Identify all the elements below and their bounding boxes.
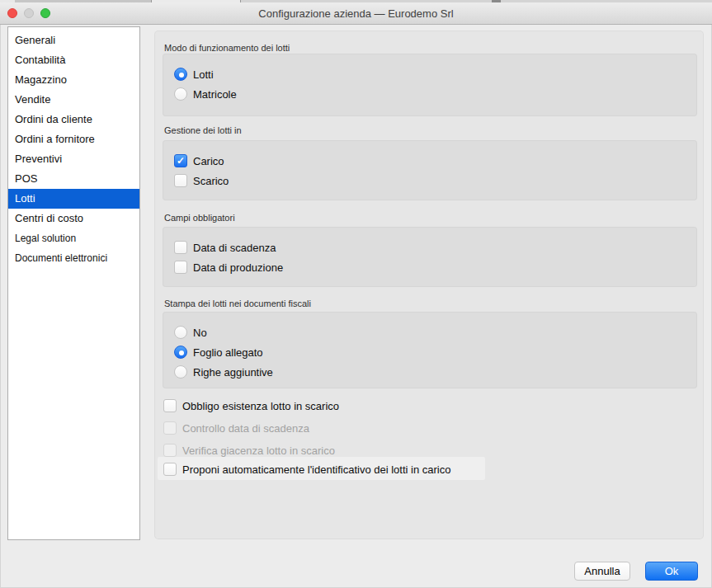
cancel-button[interactable]: Annulla: [574, 562, 630, 581]
sidebar-item-pos[interactable]: POS: [8, 169, 139, 189]
minimize-icon: [24, 8, 34, 18]
radio-button-icon[interactable]: [174, 68, 187, 81]
radio-label[interactable]: Righe aggiuntive: [193, 366, 273, 379]
sidebar-item-lotti[interactable]: Lotti: [8, 189, 139, 209]
groupbox-gestione-lotti: Carico Scarico: [163, 140, 697, 200]
settings-category-list: Generali Contabilità Magazzino Vendite O…: [7, 26, 140, 540]
groupbox-campi-obbligatori: Data di scadenza Data di produzione: [163, 227, 697, 287]
checkbox-option-controllo-data-scadenza: Controllo data di scadenza: [163, 417, 309, 439]
radio-option-no[interactable]: No: [174, 322, 696, 342]
radio-option-lotti[interactable]: Lotti: [174, 64, 696, 84]
radio-label[interactable]: No: [193, 327, 207, 339]
ok-button[interactable]: Ok: [645, 562, 698, 581]
sidebar-item-documenti-elettronici[interactable]: Documenti elettronici: [8, 248, 139, 268]
sidebar-item-ordini-da-cliente[interactable]: Ordini da cliente: [8, 110, 139, 129]
radio-button-icon[interactable]: [174, 346, 187, 359]
checkbox-label[interactable]: Obbligo esistenza lotto in scarico: [182, 400, 339, 412]
radio-label[interactable]: Matricole: [193, 88, 237, 101]
checkbox-icon: [163, 444, 177, 457]
checkbox-option-obbligo-esistenza[interactable]: Obbligo esistenza lotto in scarico: [163, 395, 339, 416]
checkbox-option-carico[interactable]: Carico: [174, 151, 696, 171]
checkbox-icon[interactable]: [163, 463, 177, 476]
checkbox-label[interactable]: Proponi automaticamente l'identificativo…: [182, 463, 450, 476]
sidebar-item-preventivi[interactable]: Preventivi: [8, 149, 139, 169]
checkbox-label[interactable]: Data di produzione: [193, 261, 283, 274]
checkbox-icon[interactable]: [174, 241, 187, 254]
checkbox-icon[interactable]: [163, 399, 177, 412]
checkbox-label[interactable]: Scarico: [193, 175, 229, 187]
radio-label[interactable]: Lotti: [193, 68, 214, 81]
radio-option-righe-aggiuntive[interactable]: Righe aggiuntive: [174, 362, 696, 382]
sidebar-item-legal-solution[interactable]: Legal solution: [8, 228, 139, 248]
checkbox-option-scarico[interactable]: Scarico: [174, 171, 696, 191]
traffic-lights: [7, 2, 50, 24]
checkbox-option-proponi-identificativo[interactable]: Proponi automaticamente l'identificativo…: [163, 459, 450, 480]
sidebar-item-contabilita[interactable]: Contabilità: [8, 50, 139, 70]
sidebar-item-centri-di-costo[interactable]: Centri di costo: [8, 209, 139, 228]
checkbox-icon[interactable]: [174, 174, 187, 187]
checkbox-icon: [163, 421, 177, 435]
lotti-settings-panel: Modo di funzionamento dei lotti Lotti Ma…: [154, 31, 704, 539]
radio-button-icon[interactable]: [174, 365, 187, 379]
sidebar-item-ordini-a-fornitore[interactable]: Ordini a fornitore: [8, 129, 139, 149]
checkbox-label: Verifica giacenza lotto in scarico: [182, 445, 335, 457]
checkbox-label[interactable]: Carico: [193, 155, 224, 167]
section-label-campi-obbligatori: Campi obbligatori: [164, 213, 235, 223]
sidebar-item-vendite[interactable]: Vendite: [8, 90, 139, 110]
checkbox-icon[interactable]: [174, 154, 187, 167]
section-label-modo-funzionamento: Modo di funzionamento dei lotti: [164, 43, 290, 53]
groupbox-stampa-lotti: No Foglio allegato Righe aggiuntive: [163, 312, 697, 388]
radio-button-icon[interactable]: [174, 87, 187, 101]
radio-button-icon[interactable]: [174, 326, 187, 339]
close-icon[interactable]: [7, 8, 17, 18]
checkbox-label: Controllo data di scadenza: [182, 422, 309, 435]
section-label-gestione-lotti: Gestione dei lotti in: [164, 125, 242, 135]
zoom-icon[interactable]: [40, 8, 50, 18]
checkbox-label[interactable]: Data di scadenza: [193, 242, 276, 254]
checkbox-option-data-produzione[interactable]: Data di produzione: [174, 257, 696, 277]
title-bar: Configurazione azienda — Eurodemo Srl: [0, 2, 712, 25]
groupbox-modo-funzionamento: Lotti Matricole: [163, 54, 697, 116]
checkbox-icon[interactable]: [174, 261, 187, 274]
sidebar-item-magazzino[interactable]: Magazzino: [8, 70, 139, 90]
sidebar-item-generali[interactable]: Generali: [8, 31, 139, 50]
radio-option-matricole[interactable]: Matricole: [174, 84, 696, 104]
section-label-stampa-lotti: Stampa dei lotti nei documenti fiscali: [164, 299, 311, 308]
window-title: Configurazione azienda — Eurodemo Srl: [258, 7, 453, 20]
checkbox-option-data-scadenza[interactable]: Data di scadenza: [174, 238, 696, 257]
radio-label[interactable]: Foglio allegato: [193, 346, 263, 359]
radio-option-foglio-allegato[interactable]: Foglio allegato: [174, 342, 696, 362]
app-window: Configurazione azienda — Eurodemo Srl Ge…: [0, 0, 712, 588]
